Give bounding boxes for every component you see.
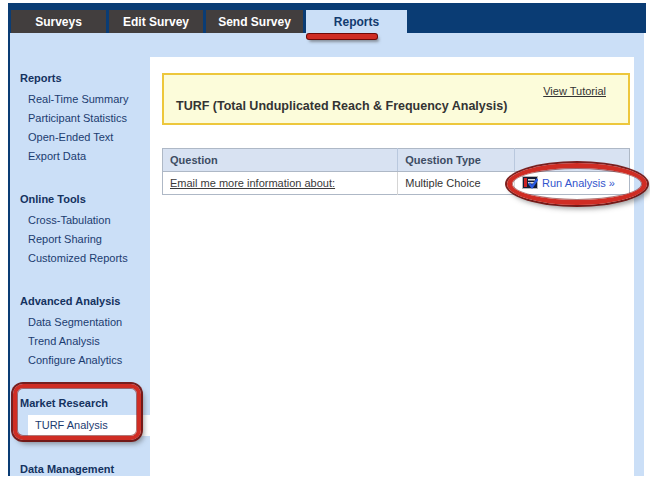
sidebar-section-market-research: Market Research TURF Analysis [10, 392, 150, 436]
turf-banner: TURF (Total Unduplicated Reach & Frequen… [162, 73, 630, 125]
table-row: Email me more information about: Multipl… [163, 172, 630, 195]
tab-reports[interactable]: Reports [306, 10, 407, 33]
view-tutorial-link[interactable]: View Tutorial [543, 85, 606, 97]
sidebar-item-real-time-summary[interactable]: Real-Time Summary [10, 90, 150, 109]
tab-bar: Surveys Edit Survey Send Survey Reports [11, 10, 407, 33]
sidebar-header-reports: Reports [10, 67, 150, 90]
question-table: Question Question Type Email me more inf… [162, 148, 630, 195]
tab-send-survey[interactable]: Send Survey [206, 10, 303, 33]
page: Surveys Edit Survey Send Survey Reports … [0, 0, 650, 484]
sidebar-item-export-data[interactable]: Export Data [10, 147, 150, 166]
question-link[interactable]: Email me more information about: [170, 177, 335, 189]
column-header-question: Question [163, 149, 398, 172]
main-content: TURF (Total Unduplicated Reach & Frequen… [150, 57, 634, 476]
sidebar-item-trend-analysis[interactable]: Trend Analysis [10, 332, 150, 351]
table-header-row: Question Question Type [163, 149, 630, 172]
sidebar: Reports Real-Time Summary Participant St… [10, 57, 150, 484]
sidebar-item-turf-analysis[interactable]: TURF Analysis [28, 415, 150, 436]
sidebar-item-participant-statistics[interactable]: Participant Statistics [10, 109, 150, 128]
sidebar-item-report-sharing[interactable]: Report Sharing [10, 230, 150, 249]
action-cell: Run Analysis » [515, 172, 630, 195]
sidebar-section-advanced-analysis: Advanced Analysis Data Segmentation Tren… [10, 290, 150, 370]
sidebar-header-advanced-analysis: Advanced Analysis [10, 290, 150, 313]
page-title: TURF (Total Unduplicated Reach & Frequen… [176, 99, 507, 113]
sidebar-item-cross-tabulation[interactable]: Cross-Tabulation [10, 211, 150, 230]
sidebar-item-data-segmentation[interactable]: Data Segmentation [10, 313, 150, 332]
sidebar-item-configure-analytics[interactable]: Configure Analytics [10, 351, 150, 370]
sidebar-header-online-tools: Online Tools [10, 188, 150, 211]
run-analysis-link[interactable]: Run Analysis » [522, 177, 615, 189]
sidebar-header-data-management: Data Management [10, 458, 150, 481]
annotation-reports-underline [307, 34, 377, 39]
sidebar-section-online-tools: Online Tools Cross-Tabulation Report Sha… [10, 188, 150, 268]
sidebar-item-customized-reports[interactable]: Customized Reports [10, 249, 150, 268]
sidebar-item-open-ended-text[interactable]: Open-Ended Text [10, 128, 150, 147]
question-cell: Email me more information about: [163, 172, 398, 195]
column-header-action [515, 149, 630, 172]
sidebar-section-data-management: Data Management [10, 458, 150, 481]
app-frame: Surveys Edit Survey Send Survey Reports … [8, 3, 644, 476]
sidebar-header-market-research: Market Research [10, 392, 150, 415]
tab-edit-survey[interactable]: Edit Survey [109, 10, 203, 33]
tab-surveys[interactable]: Surveys [11, 10, 106, 33]
column-header-question-type: Question Type [398, 149, 515, 172]
top-nav-bar: Surveys Edit Survey Send Survey Reports [8, 3, 646, 33]
question-type-cell: Multiple Choice [398, 172, 515, 195]
run-analysis-label: Run Analysis » [542, 177, 615, 189]
run-analysis-icon [522, 176, 538, 191]
sidebar-section-reports: Reports Real-Time Summary Participant St… [10, 67, 150, 166]
